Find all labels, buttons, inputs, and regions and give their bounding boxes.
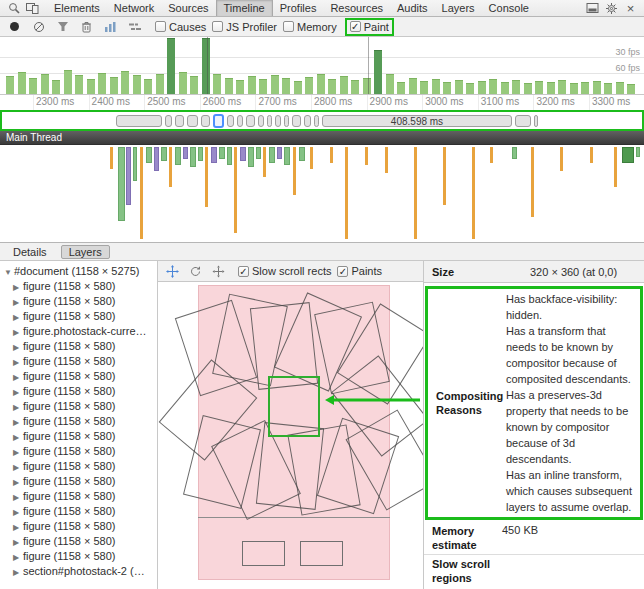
tab-profiles[interactable]: Profiles [273, 0, 324, 16]
flame-event-bar[interactable] [365, 147, 368, 165]
disclosure-right-icon[interactable]: ▶ [13, 430, 23, 444]
tree-item[interactable]: ▶figure (1158 × 580) [0, 384, 157, 399]
flame-event-bar[interactable] [234, 147, 237, 233]
overview-window-line[interactable] [368, 37, 369, 94]
flame-event-bar[interactable] [512, 147, 517, 159]
tab-sources[interactable]: Sources [161, 0, 215, 16]
tree-item[interactable]: ▶figure (1158 × 580) [0, 489, 157, 504]
events-view-button[interactable] [126, 19, 143, 34]
flame-event-bar[interactable] [622, 147, 634, 163]
flame-event-bar[interactable] [248, 147, 254, 167]
record-button[interactable] [6, 19, 23, 34]
frame-duration-chip[interactable]: 408.598 ms [322, 115, 512, 127]
flame-event-bar[interactable] [219, 147, 225, 159]
disclosure-right-icon[interactable]: ▶ [13, 535, 23, 549]
flame-event-bar[interactable] [345, 147, 348, 239]
frame-chip[interactable] [275, 115, 281, 127]
flame-event-bar[interactable] [263, 147, 266, 177]
layer-3d-view[interactable] [158, 282, 423, 589]
frame-chip[interactable] [201, 115, 210, 127]
drawer-tab-layers[interactable]: Layers [61, 245, 110, 259]
tree-item[interactable]: ▶figure (1158 × 580) [0, 354, 157, 369]
flame-event-bar[interactable] [140, 147, 143, 239]
flame-event-bar[interactable] [443, 147, 446, 205]
disclosure-right-icon[interactable]: ▶ [13, 280, 23, 294]
frame-chip-selected[interactable] [213, 114, 224, 128]
close-devtools-button[interactable]: × [622, 1, 639, 16]
flame-event-bar[interactable] [330, 147, 333, 163]
flame-event-bar[interactable] [590, 147, 593, 163]
flame-event-bar[interactable] [205, 147, 208, 207]
frame-chip[interactable] [515, 115, 531, 127]
frames-view-button[interactable] [102, 19, 119, 34]
tree-item[interactable]: ▶figure (1158 × 580) [0, 459, 157, 474]
disclosure-right-icon[interactable]: ▶ [13, 355, 23, 369]
drawer-tab-details[interactable]: Details [5, 245, 55, 259]
tree-item[interactable]: ▶figure (1158 × 580) [0, 399, 157, 414]
tree-item[interactable]: ▶figure (1158 × 580) [0, 444, 157, 459]
timeline-checkbox-causes[interactable]: Causes [155, 21, 206, 33]
flame-event-bar[interactable] [126, 147, 131, 205]
device-mode-button[interactable] [24, 1, 41, 16]
flame-event-bar[interactable] [227, 147, 232, 165]
tree-item[interactable]: ▶figure (1158 × 580) [0, 414, 157, 429]
tab-audits[interactable]: Audits [390, 0, 435, 16]
tab-resources[interactable]: Resources [323, 0, 390, 16]
frame-chip[interactable] [534, 115, 538, 127]
flame-event-bar[interactable] [256, 147, 261, 159]
footer-layer-outline[interactable] [242, 541, 285, 566]
tree-item[interactable]: ▶figure (1158 × 580) [0, 369, 157, 384]
tab-layers[interactable]: Layers [435, 0, 482, 16]
frame-chip[interactable] [227, 115, 234, 127]
flame-event-bar[interactable] [299, 147, 305, 161]
timeline-checkbox-paint[interactable]: ✓Paint [345, 18, 394, 36]
disclosure-right-icon[interactable]: ▶ [13, 490, 23, 504]
canvas-checkbox-slow-scroll-rects[interactable]: ✓Slow scroll rects [238, 265, 331, 277]
flame-event-bar[interactable] [414, 147, 417, 239]
flame-event-bar[interactable] [293, 147, 296, 195]
drawer-button[interactable] [584, 1, 601, 16]
tree-item[interactable]: ▶figure (1158 × 580) [0, 429, 157, 444]
frames-strip[interactable]: 408.598 ms [0, 110, 644, 131]
selected-layer-highlight[interactable] [268, 376, 320, 437]
settings-button[interactable] [603, 1, 620, 16]
main-thread-header[interactable]: Main Thread [0, 131, 644, 145]
flame-event-bar[interactable] [490, 147, 493, 163]
disclosure-right-icon[interactable]: ▶ [13, 340, 23, 354]
disclosure-right-icon[interactable]: ▶ [13, 445, 23, 459]
flame-event-bar[interactable] [385, 147, 388, 173]
disclosure-right-icon[interactable]: ▶ [13, 505, 23, 519]
tree-item[interactable]: ▶figure (1158 × 580) [0, 339, 157, 354]
frame-chip[interactable] [116, 115, 162, 127]
disclosure-right-icon[interactable]: ▶ [13, 520, 23, 534]
flame-event-bar[interactable] [169, 147, 172, 187]
garbage-collect-button[interactable] [78, 19, 95, 34]
flame-event-bar[interactable] [284, 147, 290, 165]
canvas-checkbox-paints[interactable]: ✓Paints [337, 265, 382, 277]
flame-event-bar[interactable] [531, 147, 534, 217]
reset-view-button[interactable] [210, 264, 227, 279]
tab-console[interactable]: Console [482, 0, 536, 16]
footer-layer-outline[interactable] [300, 541, 343, 566]
tree-item[interactable]: ▶figure (1158 × 580) [0, 504, 157, 519]
tree-item[interactable]: ▶figure (1158 × 580) [0, 294, 157, 309]
flame-event-bar[interactable] [636, 147, 640, 157]
overview-window-line[interactable] [207, 37, 208, 94]
frame-chip[interactable] [246, 115, 255, 127]
disclosure-right-icon[interactable]: ▶ [13, 310, 23, 324]
pan-mode-button[interactable] [164, 264, 181, 279]
frame-chip[interactable] [292, 115, 301, 127]
tree-item[interactable]: ▶figure (1158 × 580) [0, 309, 157, 324]
flame-event-bar[interactable] [240, 147, 246, 161]
clear-button[interactable] [30, 19, 47, 34]
main-thread-flame-chart[interactable] [0, 145, 644, 242]
tree-item[interactable]: ▶figure (1158 × 580) [0, 519, 157, 534]
flame-event-bar[interactable] [277, 147, 282, 159]
flame-event-bar[interactable] [614, 147, 617, 187]
disclosure-down-icon[interactable]: ▼ [4, 265, 14, 279]
flame-event-bar[interactable] [211, 147, 217, 163]
disclosure-right-icon[interactable]: ▶ [13, 460, 23, 474]
disclosure-right-icon[interactable]: ▶ [13, 370, 23, 384]
tree-item[interactable]: ▶figure (1158 × 580) [0, 549, 157, 564]
disclosure-right-icon[interactable]: ▶ [13, 475, 23, 489]
